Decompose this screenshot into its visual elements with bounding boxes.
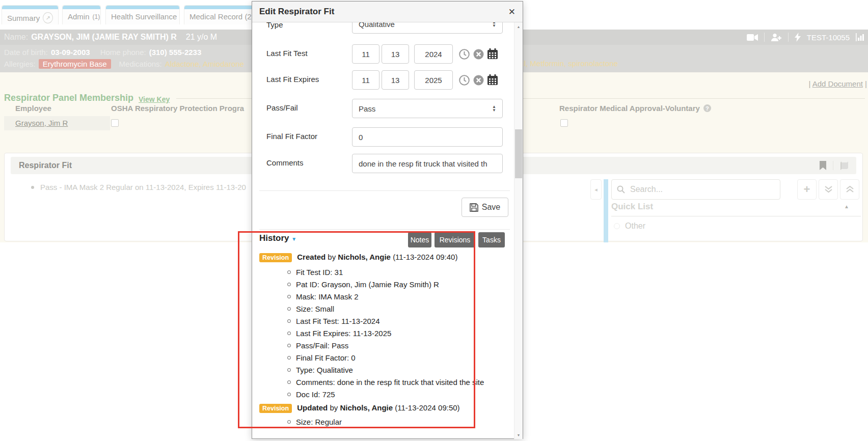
last-fit-test-day-input[interactable]: 13	[382, 44, 409, 64]
tab-health-label: Health Surveillance	[111, 12, 177, 21]
divider: |	[865, 79, 867, 88]
add-document-link[interactable]: Add Document	[812, 79, 863, 88]
search-field[interactable]	[611, 179, 780, 200]
view-key-link[interactable]: View Key	[139, 95, 170, 103]
scroll-down-icon[interactable]: ▼	[514, 431, 523, 439]
close-icon[interactable]: ✕	[508, 7, 516, 17]
search-input[interactable]	[629, 184, 775, 195]
divider	[259, 190, 510, 191]
last-fit-test-month-input[interactable]: 11	[352, 44, 379, 64]
comments-value: done in the resp fit truck that visited …	[359, 159, 487, 168]
clear-date-icon[interactable]	[473, 49, 484, 60]
revision-entry-header: Revision Updated by Nichols, Angie (11-1…	[259, 403, 460, 412]
tab-admin[interactable]: Admin (1)	[62, 5, 101, 24]
revision-timestamp: (11-13-2024 09:40)	[393, 253, 457, 261]
tab-admin-count: (1)	[93, 13, 100, 20]
clock-icon[interactable]	[459, 75, 470, 86]
external-link-icon[interactable]: ↗	[43, 12, 53, 23]
video-camera-icon[interactable]	[747, 34, 758, 41]
final-fit-factor-input[interactable]: 0	[352, 127, 503, 147]
select-caret-icon: ▲▼	[492, 22, 496, 27]
medications-list-right: pril, Metformin, spironolactone	[516, 59, 618, 68]
type-label: Type	[266, 22, 283, 29]
book-icon[interactable]	[839, 161, 849, 170]
comments-input[interactable]: done in the resp fit truck that visited …	[352, 154, 503, 173]
app-window: Summary ↗ Admin (1) Health Surveillance …	[0, 0, 868, 441]
divider	[788, 33, 789, 42]
patient-age-sex: 21 y/o M	[186, 33, 217, 42]
revision-badge: Revision	[259, 253, 292, 262]
passfail-select[interactable]: Pass ▲▼	[352, 99, 503, 118]
circle-bullet-icon	[287, 283, 291, 286]
tab-health-surveillance[interactable]: Health Surveillance	[105, 5, 180, 24]
column-header-osha: OSHA Respiratory Protection Progra	[111, 104, 244, 113]
divider	[833, 161, 833, 170]
last-fit-expires-day-input[interactable]: 13	[382, 70, 409, 90]
circle-bullet-icon	[287, 295, 291, 298]
circle-bullet-icon	[287, 270, 291, 274]
clock-icon[interactable]	[459, 49, 470, 60]
search-icon	[617, 185, 625, 194]
select-caret-icon: ▲▼	[492, 105, 496, 112]
calendar-icon[interactable]	[487, 74, 498, 85]
divider	[764, 33, 765, 42]
collapse-all-button[interactable]	[840, 179, 859, 200]
dialog-title: Edit Respirator Fit	[259, 7, 334, 17]
quick-list-accent-bar	[604, 179, 608, 242]
divider	[611, 216, 861, 216]
employee-link[interactable]: Grayson, Jim R	[15, 119, 68, 127]
last-fit-expires-year-input[interactable]: 2025	[414, 70, 453, 90]
history-item: Pat ID: Grayson, Jim (Jamie Ray Smith) R	[287, 280, 439, 289]
bookmark-icon[interactable]	[819, 161, 827, 170]
calendar-icon[interactable]	[487, 48, 498, 59]
name-label: Name:	[0, 33, 28, 42]
add-button[interactable]: +	[797, 179, 817, 200]
final-fit-factor-label: Final Fit Factor	[266, 132, 317, 141]
revision-action: Updated	[297, 403, 328, 412]
phone-label: Home phone:	[100, 48, 146, 57]
last-fit-expires-month-input[interactable]: 11	[352, 70, 379, 90]
quick-list-item-other[interactable]: Other	[614, 222, 645, 231]
bar-chart-icon[interactable]	[856, 33, 865, 41]
voluntary-approval-checkbox[interactable]	[560, 119, 568, 127]
record-id: TEST-10055	[807, 33, 850, 42]
history-item: Type: Qualitative	[287, 366, 353, 374]
divider: |	[808, 79, 810, 88]
save-button-label: Save	[482, 203, 500, 212]
quick-list-item-label: Other	[625, 222, 645, 231]
scroll-up-icon[interactable]: ▲	[514, 22, 523, 31]
medications-label: Medications:	[119, 60, 162, 68]
revision-user: Nichols, Angie	[338, 253, 391, 261]
expand-all-button[interactable]	[819, 179, 838, 200]
save-button[interactable]: Save	[462, 198, 508, 217]
history-item: Fit Test ID: 31	[287, 268, 343, 277]
tab-summary[interactable]: Summary ↗	[2, 5, 59, 24]
edit-respirator-fit-dialog: Edit Respirator Fit ✕ Type Qualitative ▲…	[252, 1, 523, 439]
lightning-bolt-icon[interactable]	[795, 33, 801, 42]
fit-result-item: Pass - IMA Mask 2 Regular on 11-13-2024,…	[40, 183, 246, 191]
tasks-button[interactable]: Tasks	[478, 232, 505, 247]
osha-program-checkbox[interactable]	[111, 119, 119, 127]
type-select[interactable]: Qualitative ▲▼	[352, 22, 503, 34]
allergy-badge: Erythromycin Base	[39, 59, 111, 69]
notes-button[interactable]: Notes	[408, 232, 431, 247]
circle-bullet-icon	[287, 356, 291, 360]
history-title[interactable]: History ▼	[259, 233, 296, 243]
radio-bullet-icon	[614, 223, 620, 229]
collapse-panel-button[interactable]: ◂	[590, 179, 602, 200]
dialog-scrollbar[interactable]: ▲ ▼	[514, 22, 523, 439]
last-fit-test-year-input[interactable]: 2024	[414, 44, 453, 64]
revision-by: by	[330, 403, 338, 412]
revisions-button[interactable]: Revisions	[435, 232, 475, 247]
list-bullet	[31, 186, 34, 189]
clear-date-icon[interactable]	[473, 75, 484, 86]
medications-list-left: Aldactone, Amiodarone	[165, 60, 244, 68]
quick-list-collapse-icon[interactable]: ▲	[844, 204, 849, 209]
help-icon[interactable]: ?	[703, 104, 711, 112]
circle-bullet-icon	[287, 319, 291, 323]
add-person-icon[interactable]	[771, 33, 782, 41]
history-item: Size: Small	[287, 305, 334, 313]
tab-medical-record-label: Medical Record (29)	[189, 12, 258, 21]
revision-entry-header: Revision Created by Nichols, Angie (11-1…	[259, 253, 457, 261]
scrollbar-thumb[interactable]	[515, 129, 522, 178]
